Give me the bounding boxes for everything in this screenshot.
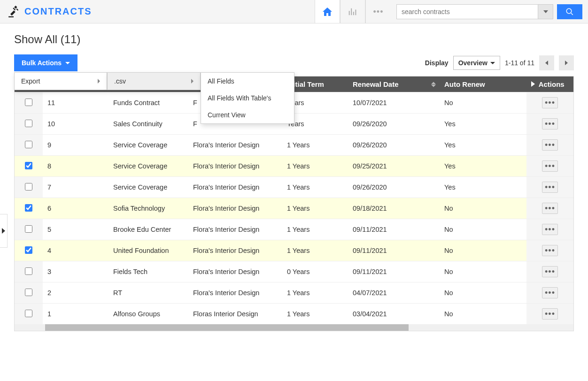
row-term: 1 Years (282, 282, 348, 304)
row-checkbox-cell (15, 304, 43, 325)
bulk-actions-button[interactable]: Bulk Actions (14, 54, 77, 71)
col-renewal-date[interactable]: Renewal Date (348, 76, 440, 92)
col-renewal-date-label: Renewal Date (353, 80, 399, 88)
table-row[interactable]: 5Brooke Edu CenterFlora's Interior Desig… (15, 219, 573, 240)
row-auto: No (440, 304, 526, 325)
row-actions-cell: ••• (526, 135, 573, 156)
row-checkbox[interactable] (25, 289, 32, 296)
row-checkbox[interactable] (25, 267, 32, 275)
row-renewal: 09/26/2020 (348, 177, 440, 198)
menu-all-fields-tables[interactable]: All Fields With Table's (201, 90, 294, 107)
row-actions-button[interactable]: ••• (542, 97, 558, 108)
row-checkbox[interactable] (25, 183, 32, 190)
row-checkbox[interactable] (25, 99, 32, 106)
row-checkbox[interactable] (25, 120, 32, 127)
more-tab[interactable]: ••• (365, 0, 391, 23)
table-row[interactable]: 3Fields TechFlora's Interior Design0 Yea… (15, 261, 573, 282)
search-dropdown[interactable] (538, 5, 553, 19)
horizontal-scrollbar[interactable] (15, 324, 573, 331)
row-actions-button[interactable]: ••• (542, 182, 558, 193)
chevron-right-icon (565, 61, 568, 65)
row-checkbox-cell (15, 198, 43, 219)
row-legal: Flora's Interior Design (188, 198, 282, 219)
row-name: RT (108, 282, 188, 304)
row-actions-button[interactable]: ••• (542, 139, 558, 151)
table-row[interactable]: 2RTFlora's Interior Design1 Years04/07/2… (15, 282, 573, 304)
row-actions-cell: ••• (526, 156, 573, 177)
row-auto: Yes (440, 177, 526, 198)
row-renewal: 09/11/2021 (348, 240, 440, 261)
row-checkbox[interactable] (25, 204, 32, 212)
row-renewal: 10/07/2021 (348, 92, 440, 114)
submenu-arrow-icon (98, 79, 100, 84)
table-row[interactable]: 7Service CoverageFlora's Interior Design… (15, 177, 573, 198)
pager-next[interactable] (559, 55, 574, 70)
col-actions: Actions (526, 76, 573, 92)
row-num: 7 (43, 177, 108, 198)
row-actions-button[interactable]: ••• (542, 308, 558, 320)
row-renewal: 09/26/2020 (348, 135, 440, 156)
row-term: 1 Years (282, 156, 348, 177)
analytics-tab[interactable] (340, 0, 365, 23)
table-row[interactable]: 6Sofia TechnologyFlora's Interior Design… (15, 198, 573, 219)
row-name: Sales Continuity (108, 114, 188, 135)
row-num: 9 (43, 135, 108, 156)
row-name: Alfonso Groups (108, 304, 188, 325)
search-button[interactable] (557, 4, 582, 19)
row-actions-cell: ••• (526, 282, 573, 304)
caret-down-icon (65, 62, 70, 64)
svg-point-0 (566, 8, 572, 14)
row-name: Service Coverage (108, 177, 188, 198)
row-checkbox[interactable] (25, 246, 32, 254)
menu-all-fields[interactable]: All Fields (201, 73, 294, 90)
top-bar: CONTRACTS ••• (0, 0, 588, 23)
row-actions-button[interactable]: ••• (542, 245, 558, 256)
pager-prev[interactable] (539, 55, 554, 70)
row-checkbox[interactable] (25, 162, 32, 169)
menu-export[interactable]: Export (15, 73, 107, 90)
sort-icon[interactable] (431, 82, 436, 87)
row-actions-button[interactable]: ••• (542, 266, 558, 277)
row-checkbox-cell (15, 135, 43, 156)
row-actions-cell: ••• (526, 198, 573, 219)
row-actions-button[interactable]: ••• (542, 160, 558, 172)
search-icon (565, 8, 574, 16)
row-checkbox-cell (15, 114, 43, 135)
row-actions-button[interactable]: ••• (542, 287, 558, 298)
row-legal: Flora's Interior Design (188, 219, 282, 240)
overview-dropdown[interactable]: Overview (453, 56, 500, 70)
menu-current-view[interactable]: Current View (201, 107, 294, 123)
row-name: Fields Tech (108, 261, 188, 282)
row-num: 4 (43, 240, 108, 261)
menu-current-view-label: Current View (208, 111, 246, 119)
row-checkbox-cell (15, 92, 43, 114)
chevron-right-icon (2, 228, 5, 234)
row-checkbox-cell (15, 219, 43, 240)
menu-all-fields-tables-label: All Fields With Table's (208, 94, 271, 102)
table-row[interactable]: 4United FoundationFlora's Interior Desig… (15, 240, 573, 261)
table-row[interactable]: 1Alfonso GroupsFloras Interior Design1 Y… (15, 304, 573, 325)
table-row[interactable]: 9Service CoverageFlora's Interior Design… (15, 135, 573, 156)
row-checkbox-cell (15, 240, 43, 261)
chevron-right-icon (531, 80, 535, 88)
col-auto-renew[interactable]: Auto Renew (440, 76, 526, 92)
menu-csv[interactable]: .csv (108, 73, 200, 90)
row-actions-button[interactable]: ••• (542, 203, 558, 214)
side-expand-handle[interactable] (0, 214, 8, 248)
row-checkbox-cell (15, 156, 43, 177)
bar-chart-icon (348, 7, 358, 17)
row-legal: Flora's Interior Design (188, 135, 282, 156)
search-input[interactable] (397, 5, 538, 19)
table-row[interactable]: 8Service CoverageFlora's Interior Design… (15, 156, 573, 177)
row-legal: Flora's Interior Design (188, 156, 282, 177)
search-box (396, 4, 553, 19)
row-name: Service Coverage (108, 156, 188, 177)
row-checkbox[interactable] (25, 225, 32, 233)
row-actions-button[interactable]: ••• (542, 118, 558, 130)
row-name: United Foundation (108, 240, 188, 261)
row-checkbox[interactable] (25, 310, 32, 317)
home-tab[interactable] (315, 0, 340, 23)
row-checkbox-cell (15, 177, 43, 198)
row-actions-button[interactable]: ••• (542, 224, 558, 235)
row-checkbox[interactable] (25, 141, 32, 148)
